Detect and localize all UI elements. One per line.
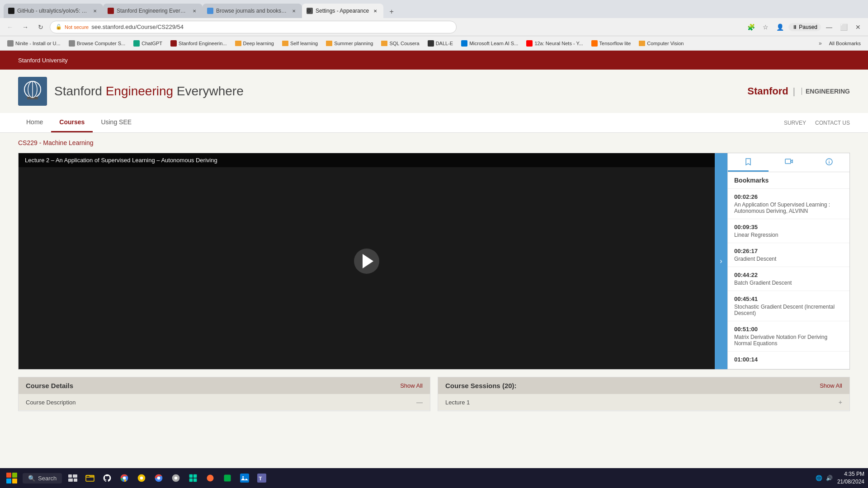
- tab-4[interactable]: ⚙ Settings - Appearance ✕: [302, 4, 383, 18]
- bookmark-favicon-1: [7, 40, 14, 47]
- nav-contact[interactable]: CONTACT US: [815, 120, 850, 126]
- extensions-icon[interactable]: 🧩: [745, 21, 758, 33]
- see-logo-area: Stanford Engineering Everywhere: [18, 77, 244, 106]
- bookmark-entry-3[interactable]: 00:26:17 Gradient Descent: [728, 243, 849, 267]
- course-details-show-all[interactable]: Show All: [400, 382, 423, 389]
- panel-tab-video[interactable]: [769, 153, 809, 172]
- course-sessions-show-all[interactable]: Show All: [820, 382, 842, 389]
- bookmark-entry-7[interactable]: 01:00:14: [728, 352, 849, 369]
- bookmark-time-6: 00:51:00: [734, 326, 843, 333]
- bookmark-ninite[interactable]: Ninite - Install or U...: [4, 39, 64, 47]
- security-label: Not secure: [65, 24, 89, 30]
- bookmark-deep-learning[interactable]: Deep learning: [231, 40, 278, 47]
- panel-toggle-button[interactable]: ›: [715, 153, 727, 369]
- video-play-area[interactable]: [19, 153, 715, 369]
- panel-tab-bookmark[interactable]: [728, 153, 769, 172]
- see-nav: Home Courses Using SEE SURVEY CONTACT US: [0, 113, 868, 133]
- bookmarks-panel: Bookmarks 00:02:26 An Application Of Sup…: [727, 153, 849, 369]
- bookmark-time-5: 00:45:41: [734, 296, 843, 302]
- see-logo: [18, 77, 47, 106]
- course-sessions-title: Course Sessions (20):: [445, 382, 517, 389]
- tab-close-3[interactable]: ✕: [290, 7, 297, 14]
- bookmark-desc-3: Gradient Descent: [734, 256, 843, 262]
- bookmark-label-5: Deep learning: [243, 41, 274, 46]
- new-tab-button[interactable]: +: [385, 5, 398, 18]
- tab-1[interactable]: GitHub - ultralytics/yolov5: YO... ✕: [4, 4, 103, 18]
- engineering-word: ENGINEERING: [802, 88, 850, 95]
- nav-courses[interactable]: Courses: [51, 113, 93, 132]
- bookmark-label-4: Stanford Engineerin...: [179, 41, 226, 46]
- bookmark-entry-5[interactable]: 00:45:41 Stochastic Gradient Descent (In…: [728, 291, 849, 321]
- bookmark-entry-4[interactable]: 00:44:22 Batch Gradient Descent: [728, 267, 849, 291]
- see-header: Stanford Engineering Everywhere Stanford…: [0, 70, 868, 113]
- bookmark-favicon-2: [69, 40, 75, 47]
- tab-3[interactable]: Browse journals and books | Sc... ✕: [203, 4, 302, 18]
- bookmark-summer[interactable]: Summer planning: [322, 40, 377, 47]
- bookmark-time-7: 01:00:14: [734, 356, 843, 363]
- close-button[interactable]: ✕: [852, 21, 864, 33]
- bookmark-favicon-3: [133, 40, 140, 47]
- video-container: Lecture 2 – An Application of Supervised…: [19, 153, 715, 369]
- bookmark-desc-1: An Application Of Supervised Learning : …: [734, 202, 843, 214]
- tab-favicon-4: ⚙: [307, 8, 313, 14]
- tab-title-4: Settings - Appearance: [316, 8, 369, 14]
- bookmark-favicon-8: [591, 40, 598, 47]
- bookmark-entry-6[interactable]: 00:51:00 Matrix Derivative Notation For …: [728, 321, 849, 352]
- nav-survey[interactable]: SURVEY: [784, 120, 806, 126]
- bookmark-desc-5: Stochastic Gradient Descent (Incremental…: [734, 304, 843, 316]
- bookmark-time-1: 00:02:26: [734, 193, 843, 200]
- browser-chrome: GitHub - ultralytics/yolov5: YO... ✕ Sta…: [0, 0, 868, 420]
- bookmark-ms-learn[interactable]: Microsoft Learn AI S...: [458, 39, 522, 47]
- lecture-1-item[interactable]: Lecture 1 +: [438, 394, 849, 411]
- reload-button[interactable]: ↻: [34, 21, 47, 33]
- bookmark-tensorflow[interactable]: Tensorflow lite: [588, 39, 635, 47]
- bookmark-label-7: Summer planning: [334, 41, 373, 46]
- paused-button[interactable]: ⏸ Paused: [788, 23, 821, 31]
- bookmark-label-1: Ninite - Install or U...: [15, 41, 61, 46]
- bookmark-stanford[interactable]: Stanford Engineerin...: [167, 39, 230, 47]
- bookmark-neural[interactable]: 12a: Neural Nets - Y...: [523, 39, 586, 47]
- bookmark-label-6: Self learning: [290, 41, 318, 46]
- bookmarks-more-button[interactable]: »: [816, 39, 825, 47]
- tab-close-4[interactable]: ✕: [372, 7, 379, 14]
- minimize-button[interactable]: —: [823, 21, 835, 33]
- play-button[interactable]: [354, 249, 379, 274]
- stanford-engineering-logo: Stanford | ENGINEERING: [747, 85, 850, 97]
- bookmark-entry-2[interactable]: 00:09:35 Linear Regression: [728, 219, 849, 243]
- course-sessions-header: Course Sessions (20): Show All: [438, 377, 849, 394]
- panel-title: Bookmarks: [728, 172, 849, 189]
- bookmark-label-9: DALL-E: [436, 41, 453, 46]
- restore-button[interactable]: ⬜: [837, 21, 850, 33]
- breadcrumb: CS229 - Machine Learning: [0, 133, 868, 153]
- breadcrumb-text[interactable]: CS229 - Machine Learning: [18, 139, 94, 146]
- bookmark-self-learning[interactable]: Self learning: [278, 40, 321, 47]
- course-details-title: Course Details: [26, 382, 73, 389]
- course-description-item[interactable]: Course Description —: [19, 394, 430, 411]
- all-bookmarks-button[interactable]: All Bookmarks: [826, 40, 864, 47]
- tab-title-3: Browse journals and books | Sc...: [216, 8, 288, 14]
- back-button[interactable]: ←: [4, 21, 16, 33]
- tab-close-1[interactable]: ✕: [91, 7, 99, 14]
- bookmark-folder-4: [381, 41, 387, 46]
- bookmark-cv[interactable]: Computer Vision: [635, 40, 687, 47]
- forward-button[interactable]: →: [19, 21, 32, 33]
- stanford-university-link[interactable]: Stanford University: [18, 57, 68, 64]
- address-input[interactable]: 🔓 Not secure see.stanford.edu/Course/CS2…: [50, 21, 457, 33]
- tab-close-2[interactable]: ✕: [191, 7, 198, 14]
- bookmark-dalle[interactable]: DALL-E: [424, 39, 457, 47]
- tab-2[interactable]: Stanford Engineering Everywhe... ✕: [103, 4, 203, 18]
- star-icon[interactable]: ☆: [760, 21, 772, 33]
- address-text[interactable]: see.stanford.edu/Course/CS229/54: [91, 23, 184, 30]
- play-icon: [363, 254, 373, 268]
- bookmark-entry-1[interactable]: 00:02:26 An Application Of Supervised Le…: [728, 189, 849, 219]
- tab-bar: GitHub - ultralytics/yolov5: YO... ✕ Sta…: [0, 0, 868, 18]
- bookmark-chatgpt[interactable]: ChatGPT: [130, 39, 166, 47]
- video-title-bar: Lecture 2 – An Application of Supervised…: [19, 153, 715, 167]
- nav-home[interactable]: Home: [18, 113, 51, 132]
- bookmark-sql[interactable]: SQL Cousera: [377, 40, 423, 47]
- panel-tab-info[interactable]: [809, 153, 849, 172]
- bookmarks-bar: Ninite - Install or U... Browse Computer…: [0, 36, 868, 51]
- bookmark-computer[interactable]: Browse Computer S...: [65, 39, 129, 47]
- nav-using-see[interactable]: Using SEE: [93, 113, 140, 132]
- profile-icon[interactable]: 👤: [774, 21, 787, 33]
